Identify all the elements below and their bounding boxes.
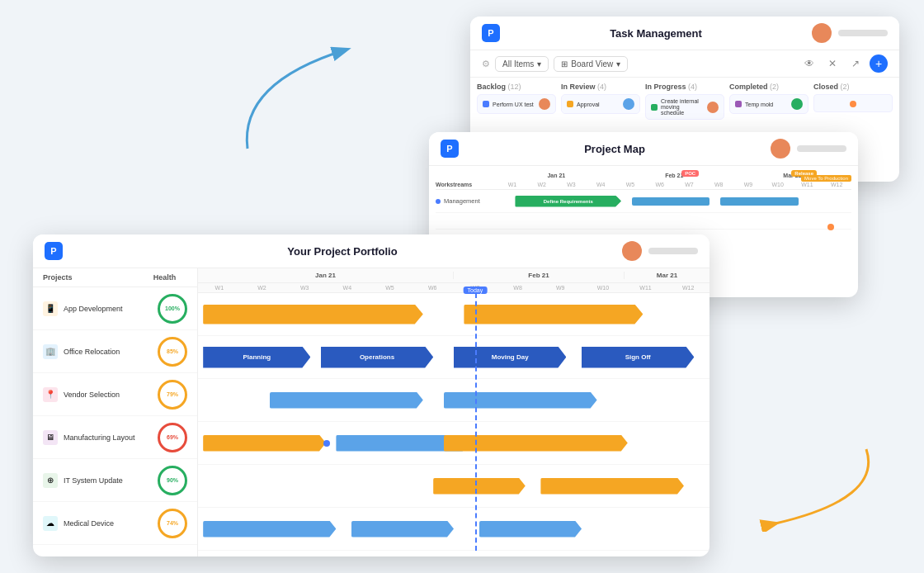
w5: W5 (369, 283, 412, 292)
task-avatar (791, 98, 803, 110)
mfg-bar-3 (444, 435, 628, 452)
gantt-row-medical (198, 508, 710, 551)
w11: W11 (625, 283, 667, 292)
move-to-production-badge: Move To Production (801, 175, 851, 182)
task-text: Create internal moving schedule (661, 98, 704, 116)
office-operations-bar: Operations (321, 347, 433, 368)
proj-row-office[interactable]: 🏢 Office Relocation 85% (33, 330, 197, 373)
poc-badge: POC (681, 170, 699, 177)
share-icon[interactable]: ↗ (846, 54, 865, 73)
gantt-row-vendor (198, 379, 710, 422)
gantt-row-app (198, 293, 710, 336)
workstreams-label: Workstreams (436, 182, 497, 187)
management-label: Management (436, 197, 497, 205)
mfg-bar-1 (203, 435, 326, 452)
mfg-layout-icon: 🖥 (43, 430, 58, 445)
closed-placeholder (813, 94, 893, 112)
map-window-title: Project Map (459, 143, 771, 155)
medical-bar-2 (351, 521, 454, 537)
dropdown-icon: ▾ (537, 59, 541, 69)
vendor-bar-1 (270, 392, 423, 409)
proj-row-it[interactable]: ⊕ IT System Update 90% (33, 459, 197, 502)
proj-row-vendor[interactable]: 📍 Vendor Selection 79% (33, 373, 197, 416)
task-text: Temp mold (745, 102, 773, 107)
w6: W6 (411, 283, 454, 292)
blue-curved-arrow (223, 33, 388, 165)
map-bar-3 (720, 197, 798, 206)
portfolio-window: P Your Project Portfolio Projects Health… (33, 234, 710, 556)
task-window-title: Task Management (500, 27, 812, 40)
mfg-layout-name: Manufacturing Layout (64, 433, 158, 442)
task-window-user-name (838, 30, 888, 36)
management-dot (436, 199, 441, 204)
mar-label: Mar 21 (625, 272, 710, 279)
proj-row-mfg[interactable]: 🖥 Manufacturing Layout 69% (33, 416, 197, 459)
completed-header: Completed (2) (729, 83, 808, 91)
map-management-row: Management Define Requirements Move To P… (436, 190, 851, 213)
task-card-moving[interactable]: Create internal moving schedule (645, 94, 724, 120)
completed-column: Completed (2) Temp mold (729, 83, 808, 120)
portfolio-user (648, 248, 698, 254)
task-window-logo: P (482, 24, 500, 42)
task-card-approval[interactable]: Approval (561, 94, 640, 114)
w9: W9 (539, 283, 582, 292)
app-bar-2 (464, 305, 643, 324)
medical-dev-name: Medical Device (64, 519, 158, 528)
today-line (475, 293, 477, 551)
task-dot (735, 101, 742, 107)
portfolio-gantt: Jan 21 Feb 21 Mar 21 W1 W2 W3 W4 W5 W6 W… (198, 268, 710, 556)
gantt-row-it (198, 465, 710, 508)
it-update-icon: ⊕ (43, 473, 58, 488)
office-moving-bar: Moving Day (454, 347, 566, 368)
map-week-labels: W1 W2 W3 W4 W5 W6 W7 W8 W9 W10 W11 W12 (497, 182, 851, 187)
board-view-dropdown: ▾ (616, 59, 620, 69)
task-card-temp[interactable]: Temp mold (729, 94, 808, 114)
eye-icon[interactable]: 👁 (800, 54, 818, 73)
all-items-label: All Items (502, 59, 534, 69)
task-avatar (539, 98, 550, 110)
feb-label: Feb 21 (454, 272, 625, 279)
task-columns: Backlog (12) Perform UX test In Review (… (470, 78, 899, 125)
portfolio-content: Projects Health 📱 App Development 100% 🏢… (33, 268, 710, 556)
board-view-button[interactable]: ⊞ Board View ▾ (554, 56, 628, 72)
orange-dot-indicator (827, 224, 834, 230)
operations-label: Operations (360, 353, 394, 361)
it-update-name: IT System Update (64, 476, 158, 485)
task-window-header: P Task Management (470, 17, 899, 50)
map-mar: Mar 21 Release (783, 173, 801, 178)
jan-label: Jan 21 (198, 272, 454, 279)
task-toolbar: ⚙ All Items ▾ ⊞ Board View ▾ 👁 ✕ ↗ + (470, 50, 899, 78)
task-dot (651, 104, 658, 111)
map-row-2 (436, 213, 851, 230)
task-avatar (623, 98, 634, 110)
portfolio-project-list: Projects Health 📱 App Development 100% 🏢… (33, 268, 198, 556)
proj-row-medical[interactable]: ☁ Medical Device 74% (33, 502, 197, 545)
portfolio-title: Your Project Portfolio (63, 245, 622, 258)
w8: W8 (497, 283, 540, 292)
medical-dev-health: 74% (158, 509, 187, 538)
app-dev-health: 100% (158, 294, 187, 324)
define-req-label: Define Requirements (544, 199, 593, 204)
map-window-user (797, 145, 846, 152)
w4: W4 (326, 283, 369, 292)
task-window-avatar (812, 23, 832, 43)
office-reloc-health: 85% (158, 337, 187, 367)
proj-row-app[interactable]: 📱 App Development 100% (33, 287, 197, 330)
all-items-button[interactable]: All Items ▾ (495, 56, 549, 72)
filter-icon: ⚙ (482, 59, 490, 69)
app-dev-icon: 📱 (43, 301, 58, 316)
in-progress-header: In Progress (4) (645, 83, 724, 91)
medical-dev-icon: ☁ (43, 516, 58, 531)
vendor-sel-icon: 📍 (43, 387, 58, 402)
map-bar-2 (632, 197, 710, 206)
sign-off-label: Sign Off (625, 353, 651, 361)
close-icon[interactable]: ✕ (823, 54, 842, 73)
office-signoff-bar: Sign Off (582, 347, 694, 368)
orange-curved-arrow (751, 433, 883, 532)
health-col-label: Health (142, 273, 187, 282)
vendor-sel-health: 79% (158, 380, 187, 410)
task-card-ux[interactable]: Perform UX test (477, 94, 556, 114)
vendor-bar-2 (444, 392, 597, 409)
office-planning-bar: Planning (203, 347, 310, 368)
add-button[interactable]: + (870, 54, 888, 73)
